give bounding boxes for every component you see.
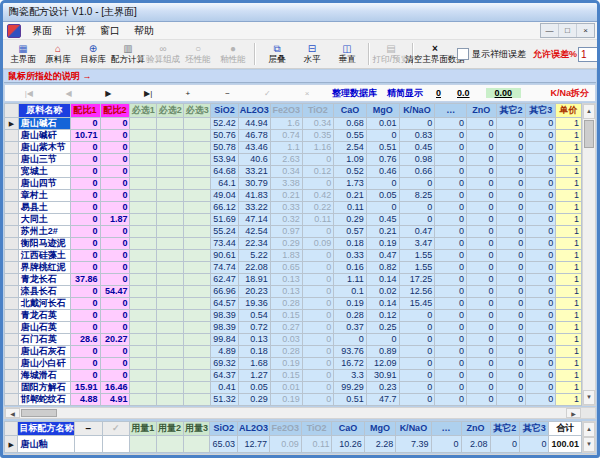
grid-cell[interactable]: 0: [496, 202, 526, 214]
grid-cell[interactable]: 0: [526, 394, 556, 406]
grid-cell[interactable]: 1: [556, 178, 582, 190]
grid-cell[interactable]: 1: [556, 202, 582, 214]
grid-cell[interactable]: 0: [302, 346, 334, 358]
grid-cell[interactable]: 0.14: [366, 274, 399, 286]
grid-cell[interactable]: 0: [435, 310, 467, 322]
grid-cell[interactable]: 0: [70, 202, 100, 214]
row-gutter[interactable]: [5, 178, 19, 190]
grid-cell[interactable]: 0: [70, 298, 100, 310]
grid-cell[interactable]: 0: [526, 334, 556, 346]
grid-cell[interactable]: 0.19: [270, 358, 302, 370]
grid-cell[interactable]: 0: [496, 238, 526, 250]
grid-cell[interactable]: 0: [302, 250, 334, 262]
grid-cell[interactable]: 0: [399, 346, 435, 358]
grid-cell[interactable]: 93.76: [334, 346, 367, 358]
grid-cell[interactable]: 0: [435, 370, 467, 382]
grid-cell[interactable]: 64.1: [211, 178, 239, 190]
grid-cell[interactable]: [157, 358, 184, 370]
grid-cell[interactable]: 0.01: [270, 382, 302, 394]
grid-cell[interactable]: 0: [467, 154, 497, 166]
grid-cell[interactable]: 0.47: [366, 250, 399, 262]
grid-cell[interactable]: 0: [70, 178, 100, 190]
grid-cell[interactable]: 0.29: [270, 238, 302, 250]
grid-cell[interactable]: 51.69: [211, 214, 239, 226]
grid-cell[interactable]: [130, 274, 157, 286]
grid-cell[interactable]: 0.14: [366, 298, 399, 310]
grid-cell[interactable]: 15.45: [399, 298, 435, 310]
grid-cell[interactable]: 滦县长石: [18, 286, 70, 298]
grid-cell[interactable]: 0: [467, 322, 497, 334]
grid-cell[interactable]: 0: [70, 238, 100, 250]
grid-cell[interactable]: [157, 310, 184, 322]
grid-cell[interactable]: 0.35: [302, 130, 334, 142]
grid-cell[interactable]: 0.27: [270, 322, 302, 334]
grid-cell[interactable]: 0.74: [270, 130, 302, 142]
row-gutter[interactable]: [5, 250, 19, 262]
grid-cell[interactable]: 0: [100, 262, 130, 274]
grid-cell[interactable]: 1: [556, 142, 582, 154]
grid-cell[interactable]: 0: [435, 394, 467, 406]
grid-cell[interactable]: 0: [435, 178, 467, 190]
grid-cell[interactable]: 0: [435, 118, 467, 130]
grid-cell[interactable]: 0: [100, 310, 130, 322]
grid-cell[interactable]: 0: [399, 310, 435, 322]
nav-insert-icon[interactable]: +: [168, 89, 208, 98]
grid-cell[interactable]: 0.05: [366, 190, 399, 202]
grid-cell[interactable]: 唐山石灰石: [18, 346, 70, 358]
row-gutter[interactable]: [5, 310, 19, 322]
grid-cell[interactable]: 0.22: [302, 202, 334, 214]
grid-cell[interactable]: [157, 118, 184, 130]
grid-cell[interactable]: 0: [526, 310, 556, 322]
grid-cell[interactable]: [130, 298, 157, 310]
grid-cell[interactable]: 0: [496, 262, 526, 274]
grid-cell[interactable]: 0: [435, 166, 467, 178]
grid-cell[interactable]: [184, 238, 211, 250]
grid-cell[interactable]: 0: [496, 346, 526, 358]
row-gutter[interactable]: [5, 190, 19, 202]
menu-window[interactable]: 窗口: [93, 23, 127, 39]
grid-cell[interactable]: 0: [467, 178, 497, 190]
grid-cell[interactable]: 0: [526, 178, 556, 190]
grid-cell[interactable]: 0: [100, 346, 130, 358]
scroll-right-icon[interactable]: ▶: [566, 408, 581, 418]
grid-cell[interactable]: 0: [100, 130, 130, 142]
grid-cell[interactable]: 0: [496, 142, 526, 154]
grid-cell[interactable]: 30.91: [366, 370, 399, 382]
grid-cell[interactable]: [156, 436, 183, 453]
grid-cell[interactable]: 唐山小白矸: [18, 358, 70, 370]
grid-cell[interactable]: 0.15: [270, 310, 302, 322]
grid-cell[interactable]: [184, 154, 211, 166]
row-gutter[interactable]: [5, 322, 19, 334]
grid-cell[interactable]: 0: [496, 286, 526, 298]
grid-cell[interactable]: 0: [431, 436, 461, 453]
grid-cell[interactable]: 0.21: [270, 190, 302, 202]
grid-cell[interactable]: 章村土: [18, 190, 70, 202]
grid-cell[interactable]: [130, 166, 157, 178]
grid-cell[interactable]: 1: [556, 118, 582, 130]
grid-cell[interactable]: 0: [496, 154, 526, 166]
grid-cell[interactable]: 62.47: [211, 274, 239, 286]
scroll-down-icon[interactable]: ▼: [583, 437, 595, 452]
grid-cell[interactable]: 1: [556, 262, 582, 274]
grid-cell[interactable]: 10.71: [70, 130, 100, 142]
grid-cell[interactable]: 0: [526, 262, 556, 274]
grid-cell[interactable]: 0: [100, 298, 130, 310]
grid-cell[interactable]: [184, 286, 211, 298]
menu-help[interactable]: 帮助: [127, 23, 161, 39]
grid-cell[interactable]: 0.28: [270, 346, 302, 358]
grid-cell[interactable]: 0: [302, 310, 334, 322]
grid-cell[interactable]: [184, 334, 211, 346]
grid-cell[interactable]: 0: [100, 154, 130, 166]
grid-cell[interactable]: [184, 214, 211, 226]
toolbar-button-horizontal[interactable]: ⊟水平: [295, 41, 329, 67]
grid-cell[interactable]: 0.68: [334, 118, 367, 130]
grid-cell[interactable]: 0.55: [334, 130, 367, 142]
grid-cell[interactable]: 苏州土2#: [18, 226, 70, 238]
grid-cell[interactable]: 0: [467, 250, 497, 262]
grid-cell[interactable]: 0: [399, 322, 435, 334]
grid-cell[interactable]: 1: [556, 382, 582, 394]
scrollbar-thumb[interactable]: [21, 409, 57, 417]
grid-cell[interactable]: [129, 436, 156, 453]
grid-cell[interactable]: [184, 250, 211, 262]
grid-cell[interactable]: 0: [467, 274, 497, 286]
